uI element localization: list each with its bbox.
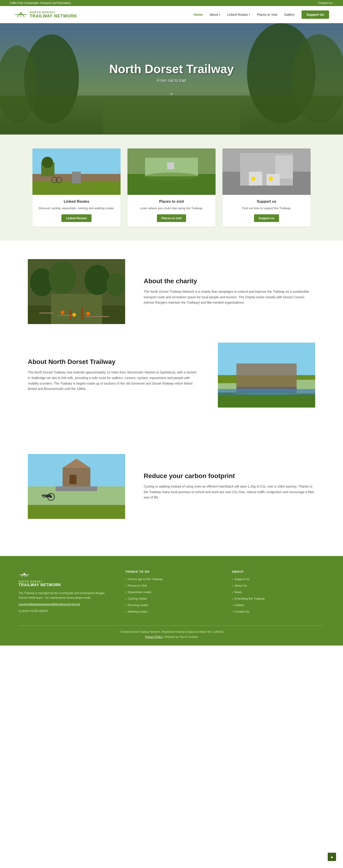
svg-rect-58 [28,505,125,519]
about-charity-section: About the charity The North Dorset Trail… [0,241,343,445]
card-btn-places[interactable]: Places to visit [157,214,186,222]
footer-list-item: Equestrian routes [125,590,218,594]
footer-link-cycling[interactable]: Cycling routes [128,597,147,600]
svg-rect-44 [58,315,72,316]
about-charity-text: About the charity The North Dorset Trail… [144,277,315,306]
footer-link-support-us[interactable]: Support Us [234,577,249,581]
logo-icon [14,9,28,21]
feature-section: Linked Routes Discover cycling, equestri… [0,134,343,241]
footer-link-running[interactable]: Running routes [128,603,148,607]
footer-list-item: About Us [232,584,324,588]
charity-img-placeholder [28,259,125,324]
footer-grid: North Dorset Trailway Network The Trailw… [19,570,324,616]
card-body-places: Places to visit Learn where you could st… [128,195,215,227]
footer-list-item: Walking routes [125,610,218,614]
carbon-title: Reduce your carbon footprint [144,472,315,480]
nav-about[interactable]: About ▾ [209,13,220,17]
svg-rect-45 [86,316,109,317]
carbon-section: Reduce your carbon footprint Cycling or … [0,445,343,556]
footer-logo-icon [19,570,30,580]
top-bar: Traffic-Free Sustainable Transport and R… [0,0,343,6]
footer-things-title: THINGS TO DO [125,570,218,574]
svg-point-29 [251,177,255,181]
footer-website-credit: Website by Parrot Creative [165,636,198,639]
svg-point-40 [61,311,64,314]
footer-link-walking[interactable]: Walking routes [128,610,148,613]
hero-title: North Dorset Trailway [109,62,234,76]
hero-content: North Dorset Trailway From rail to trail [109,62,234,83]
footer-list-item: Gallery [232,603,324,607]
nav-places[interactable]: Places to Visit [257,13,277,17]
nav-linked-routes[interactable]: Linked Routes ▾ [227,13,250,17]
about-charity-title: About the charity [144,277,315,285]
trailway-img-placeholder [218,343,315,408]
footer-logo-text: North Dorset Trailway Network [19,580,111,587]
logo[interactable]: North Dorset Trailway Network [14,9,77,21]
svg-point-22 [145,173,198,180]
card-title-support: Support us [227,199,306,204]
footer-col-about: ABOUT Support Us About Us News Extending… [232,570,324,616]
footer-list-item: Cycling routes [125,597,218,601]
card-btn-support[interactable]: Support us [254,214,279,222]
about-trailway-text: About North Dorset Trailway The North Do… [28,358,199,392]
svg-rect-27 [249,172,262,186]
feature-card-linked-routes: Linked Routes Discover cycling, equestri… [32,149,121,227]
nav-gallery[interactable]: Gallery [284,13,294,17]
footer-bottom: © North Dorset Trailway Network. Registe… [19,625,324,639]
feature-card-places: Places to visit Learn where you could st… [128,149,215,227]
svg-rect-43 [39,312,53,314]
svg-rect-61 [70,475,76,484]
about-charity-desc: The North Dorset Trailway Network is a c… [144,289,315,306]
footer-privacy-link[interactable]: Privacy Policy [145,636,163,639]
footer-link-equestrian[interactable]: Equestrian routes [128,590,151,594]
hero-scroll-arrow[interactable]: ⌄ [169,90,174,96]
hero-section: North Dorset Trailway From rail to trail… [0,23,343,134]
footer-link-how-to-get[interactable]: How to get to the Trailway [128,577,163,581]
svg-rect-53 [218,389,315,393]
carbon-text: Reduce your carbon footprint Cycling or … [144,472,315,500]
about-trailway-desc: The North Dorset Trailway now extends ap… [28,370,199,392]
footer-list-item: News [232,590,324,594]
about-charity-row: About the charity The North Dorset Trail… [28,259,315,324]
footer-col-brand: North Dorset Trailway Network The Trailw… [19,570,111,616]
about-trailway-title: About North Dorset Trailway [28,358,199,366]
footer-list-item: Support Us [232,577,324,581]
support-us-button[interactable]: Support Us [302,10,329,19]
card-btn-linked-routes[interactable]: Linked Routes [61,214,92,222]
card-body-linked-routes: Linked Routes Discover cycling, equestri… [32,195,121,227]
top-bar-left: Traffic-Free Sustainable Transport and R… [9,1,71,5]
svg-rect-28 [267,174,280,186]
hero-subtitle: From rail to trail [109,78,234,83]
footer-list-item: Contact Us [232,610,324,614]
footer-link-gallery[interactable]: Gallery [234,603,244,607]
about-trailway-image [218,343,315,408]
card-img-places [128,149,215,195]
card-img-support [222,149,311,195]
footer-link-contact[interactable]: Contact Us [234,610,249,613]
footer-col-things: THINGS TO DO How to get to the Trailway … [125,570,218,616]
svg-point-41 [72,313,76,317]
navbar: North Dorset Trailway Network Home About… [0,6,343,23]
svg-rect-62 [56,487,97,491]
footer-link-news[interactable]: News [234,590,242,594]
card-desc-support: Find out how to support the Trailway. [227,206,306,211]
nav-home[interactable]: Home [194,13,203,17]
logo-text: North Dorset Trailway Network [30,11,77,19]
footer-about-list: Support Us About Us News Extending the T… [232,577,324,614]
footer-link-about-us[interactable]: About Us [234,584,247,587]
footer-about-title: ABOUT [232,570,324,574]
svg-point-35 [49,261,76,294]
svg-point-37 [107,273,125,296]
footer-email[interactable]: countrysideandgreenspace@dorsetcouncil.g… [19,602,80,606]
feature-card-support: Support us Find out how to support the T… [222,149,311,227]
svg-point-13 [42,157,53,168]
footer-things-list: How to get to the Trailway Places to Vis… [125,577,218,614]
svg-rect-39 [81,308,83,319]
footer-link-places[interactable]: Places to Visit [128,584,146,587]
svg-point-30 [269,177,273,181]
footer-link-extending[interactable]: Extending the Trailway [234,597,265,600]
contact-us-link[interactable]: Contact Us › [318,1,334,5]
footer-list-item: Extending the Trailway [232,597,324,601]
svg-point-55 [232,393,301,395]
footer-copyright: © North Dorset Trailway Network. Registe… [19,630,324,633]
